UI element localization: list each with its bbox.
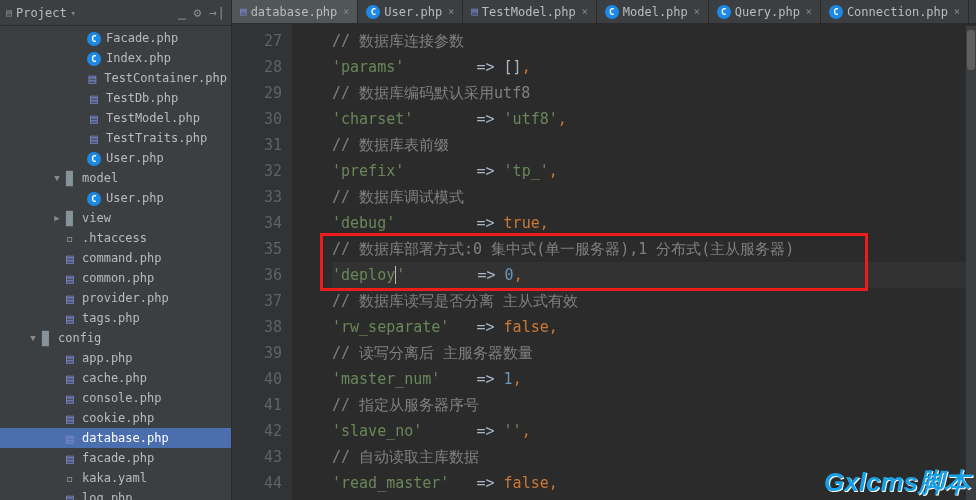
code-line[interactable]: // 指定从服务器序号 [332, 392, 976, 418]
line-number[interactable]: 28 [232, 54, 282, 80]
editor-tab[interactable]: CModel.php× [597, 0, 709, 23]
tree-item[interactable]: ▤provider.php [0, 288, 231, 308]
line-number[interactable]: 27 [232, 28, 282, 54]
php-file-icon: ▤ [471, 5, 478, 18]
code-line[interactable]: 'params' => [], [332, 54, 976, 80]
code-line[interactable]: 'prefix' => 'tp_', [332, 158, 976, 184]
tab-label: database.php [251, 5, 338, 19]
line-number[interactable]: 43 [232, 444, 282, 470]
tree-label: view [82, 211, 111, 225]
sidebar-title[interactable]: ▤ Project ▾ [6, 6, 178, 20]
tree-item[interactable]: ▤tags.php [0, 308, 231, 328]
tree-item[interactable]: ▤console.php [0, 388, 231, 408]
tree-label: model [82, 171, 118, 185]
tree-item[interactable]: ▼▉model [0, 168, 231, 188]
tree-label: kaka.yaml [82, 471, 147, 485]
line-number[interactable]: 37 [232, 288, 282, 314]
hide-icon[interactable]: →| [209, 5, 225, 20]
line-number[interactable]: 30 [232, 106, 282, 132]
close-icon[interactable]: × [343, 6, 349, 17]
tree-item[interactable]: ▤database.php [0, 428, 231, 448]
line-number[interactable]: 36 [232, 262, 282, 288]
tab-label: User.php [384, 5, 442, 19]
code-line[interactable]: // 数据库部署方式:0 集中式(单一服务器),1 分布式(主从服务器) [332, 236, 976, 262]
tree-label: common.php [82, 271, 154, 285]
tree-label: provider.php [82, 291, 169, 305]
tree-label: log.php [82, 491, 133, 500]
tree-label: Index.php [106, 51, 171, 65]
code-line[interactable]: // 数据库连接参数 [332, 28, 976, 54]
tree-item[interactable]: ▼▉config [0, 328, 231, 348]
tree-item[interactable]: ▤command.php [0, 248, 231, 268]
code-line[interactable]: // 数据库调试模式 [332, 184, 976, 210]
line-number[interactable]: 33 [232, 184, 282, 210]
code-line[interactable]: 'rw_separate' => false, [332, 314, 976, 340]
close-icon[interactable]: × [582, 6, 588, 17]
line-number[interactable]: 38 [232, 314, 282, 340]
line-number[interactable]: 31 [232, 132, 282, 158]
close-icon[interactable]: × [954, 6, 960, 17]
gutter: 272829303132333435363738394041424344 [232, 24, 292, 500]
project-tree[interactable]: CFacade.phpCIndex.php▤TestContainer.php▤… [0, 26, 231, 500]
tab-label: TestModel.php [482, 5, 576, 19]
code-line[interactable]: // 读写分离后 主服务器数量 [332, 340, 976, 366]
tree-arrow-icon[interactable]: ▼ [28, 333, 38, 343]
php-file-icon: ▤ [240, 5, 247, 18]
code-line[interactable]: 'charset' => 'utf8', [332, 106, 976, 132]
editor-tab[interactable]: ▤TestModel.php× [463, 0, 597, 23]
close-icon[interactable]: × [806, 6, 812, 17]
code-line[interactable]: 'deploy' => 0, [332, 262, 976, 288]
code-line[interactable]: // 数据库编码默认采用utf8 [332, 80, 976, 106]
line-number[interactable]: 44 [232, 470, 282, 496]
tree-item[interactable]: ▤log.php [0, 488, 231, 500]
project-icon: ▤ [6, 7, 12, 18]
line-number[interactable]: 41 [232, 392, 282, 418]
tree-item[interactable]: ▤common.php [0, 268, 231, 288]
tree-item[interactable]: CIndex.php [0, 48, 231, 68]
code-editor[interactable]: // 数据库连接参数'params' => [],// 数据库编码默认采用utf… [292, 24, 976, 500]
scrollbar-thumb[interactable] [967, 30, 975, 70]
code-line[interactable]: // 数据库表前缀 [332, 132, 976, 158]
line-number[interactable]: 34 [232, 210, 282, 236]
line-number[interactable]: 39 [232, 340, 282, 366]
gear-icon[interactable]: ⚙ [194, 5, 202, 20]
tree-item[interactable]: ▶▉view [0, 208, 231, 228]
tree-label: User.php [106, 191, 164, 205]
tree-item[interactable]: ▤TestModel.php [0, 108, 231, 128]
tree-arrow-icon[interactable]: ▶ [52, 213, 62, 223]
line-number[interactable]: 35 [232, 236, 282, 262]
close-icon[interactable]: × [448, 6, 454, 17]
code-line[interactable]: 'slave_no' => '', [332, 418, 976, 444]
line-number[interactable]: 40 [232, 366, 282, 392]
editor-tab[interactable]: CUser.php× [358, 0, 463, 23]
tree-item[interactable]: ▤cookie.php [0, 408, 231, 428]
tree-item[interactable]: ▤app.php [0, 348, 231, 368]
sidebar-title-text: Project [16, 6, 67, 20]
tree-item[interactable]: CFacade.php [0, 28, 231, 48]
tree-arrow-icon[interactable]: ▼ [52, 173, 62, 183]
code-line[interactable]: 'master_num' => 1, [332, 366, 976, 392]
code-line[interactable]: // 数据库读写是否分离 主从式有效 [332, 288, 976, 314]
tree-item[interactable]: ▤TestDb.php [0, 88, 231, 108]
editor-tab[interactable]: ▤database.php× [232, 0, 358, 23]
tree-item[interactable]: ▤facade.php [0, 448, 231, 468]
close-icon[interactable]: × [694, 6, 700, 17]
tree-item[interactable]: ▫.htaccess [0, 228, 231, 248]
editor-scrollbar[interactable] [966, 26, 976, 500]
tree-item[interactable]: CUser.php [0, 148, 231, 168]
tree-item[interactable]: ▫kaka.yaml [0, 468, 231, 488]
tree-item[interactable]: CUser.php [0, 188, 231, 208]
editor-tab[interactable]: CQuery.php× [709, 0, 821, 23]
tree-item[interactable]: ▤TestContainer.php [0, 68, 231, 88]
code-line[interactable]: 'debug' => true, [332, 210, 976, 236]
tree-label: command.php [82, 251, 161, 265]
tree-item[interactable]: ▤cache.php [0, 368, 231, 388]
collapse-icon[interactable]: ⎯ [178, 5, 186, 20]
line-number[interactable]: 29 [232, 80, 282, 106]
tree-label: TestDb.php [106, 91, 178, 105]
line-number[interactable]: 32 [232, 158, 282, 184]
tree-label: cookie.php [82, 411, 154, 425]
line-number[interactable]: 42 [232, 418, 282, 444]
tree-item[interactable]: ▤TestTraits.php [0, 128, 231, 148]
editor-tab[interactable]: CConnection.php× [821, 0, 969, 23]
